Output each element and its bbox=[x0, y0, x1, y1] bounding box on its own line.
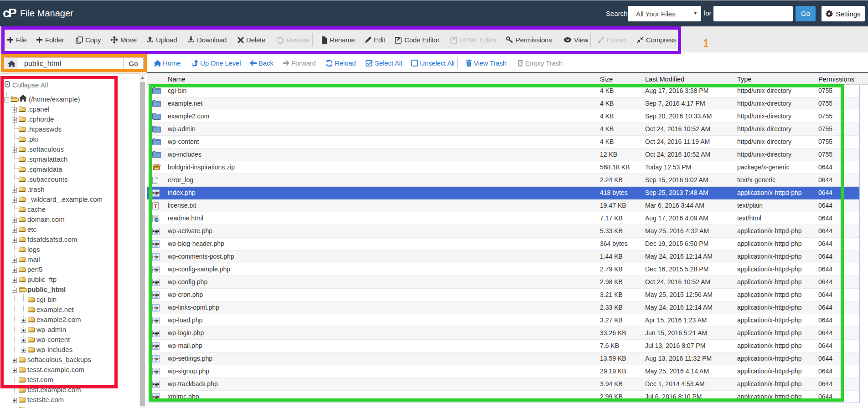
svg-text:PHP: PHP bbox=[152, 191, 159, 195]
svg-text:PHP: PHP bbox=[152, 306, 159, 310]
svg-text:PHP: PHP bbox=[152, 319, 159, 323]
svg-text:PHP: PHP bbox=[152, 230, 159, 234]
svg-text:PHP: PHP bbox=[152, 357, 159, 361]
svg-text:PHP: PHP bbox=[152, 293, 159, 297]
svg-text:PHP: PHP bbox=[152, 344, 159, 348]
svg-text:PHP: PHP bbox=[152, 280, 159, 285]
svg-text:PHP: PHP bbox=[152, 255, 159, 259]
svg-text:PHP: PHP bbox=[152, 332, 159, 336]
svg-text:PHP: PHP bbox=[152, 382, 159, 387]
svg-text:T: T bbox=[154, 203, 157, 209]
svg-text:PHP: PHP bbox=[152, 242, 159, 246]
svg-text:PHP: PHP bbox=[152, 268, 159, 272]
svg-text:PHP: PHP bbox=[152, 370, 159, 374]
svg-text:PHP: PHP bbox=[152, 395, 159, 399]
